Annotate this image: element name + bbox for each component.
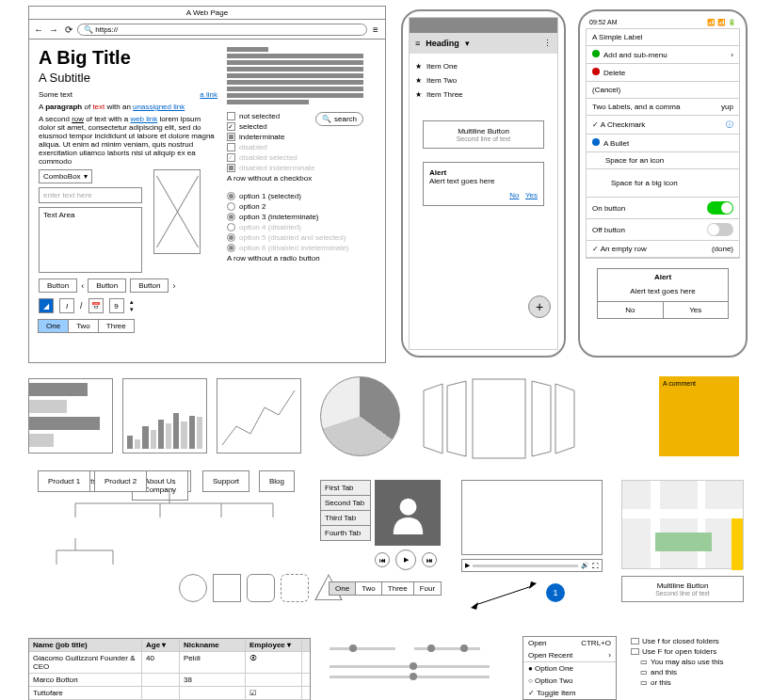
checkbox[interactable] xyxy=(227,112,235,120)
italic-icon[interactable]: I xyxy=(59,298,74,313)
forward-icon[interactable]: → xyxy=(47,23,60,36)
tree-item[interactable]: ▭and this xyxy=(640,667,753,677)
table-row[interactable]: Marco Botton38 xyxy=(29,674,310,687)
list-item[interactable]: (Cancel) xyxy=(587,82,739,99)
svg-marker-18 xyxy=(529,581,537,589)
tree-item[interactable]: ▭You may also use this xyxy=(640,657,753,667)
tree-item[interactable]: Use F for open folders xyxy=(631,646,753,657)
no-button[interactable]: No xyxy=(598,302,664,318)
yes-button[interactable]: Yes xyxy=(525,191,538,199)
coverflow[interactable] xyxy=(414,376,584,461)
table-row[interactable]: Giacomo Guilizzoni Founder & CEO40Peldi⦿ xyxy=(29,652,310,674)
list-item[interactable]: A Bullet xyxy=(587,135,739,152)
prev-icon[interactable]: ⏮ xyxy=(375,552,390,567)
tab[interactable]: Fourth Tab xyxy=(320,525,371,541)
list-item: On button xyxy=(587,198,739,219)
list-item[interactable]: Two Labels, and a commayup xyxy=(587,99,739,116)
progress-bar[interactable] xyxy=(473,565,578,567)
search-input[interactable]: 🔍 search xyxy=(315,112,363,126)
video-player[interactable] xyxy=(461,480,603,555)
list-item[interactable]: Space for a big icon xyxy=(587,169,739,198)
play-icon[interactable]: ▶ xyxy=(395,549,416,570)
tree-node[interactable]: Blog xyxy=(259,470,295,492)
list-item[interactable]: ★Item Three xyxy=(415,88,552,102)
toggle-off[interactable] xyxy=(707,223,733,236)
list-item[interactable]: Delete xyxy=(587,64,739,82)
color-icon[interactable]: ◢ xyxy=(39,298,54,313)
multiline-button[interactable]: Multiline Button Second line of text xyxy=(621,576,744,602)
no-button[interactable]: No xyxy=(509,191,519,199)
calendar-icon[interactable]: 📅 xyxy=(88,298,104,313)
next-icon[interactable]: ⏭ xyxy=(422,552,437,567)
button[interactable]: Button xyxy=(39,278,77,293)
chevron-down-icon: ▾ xyxy=(84,172,88,181)
menu-item[interactable]: ✓ Toggle Item xyxy=(523,687,616,699)
list-item[interactable]: ✓ An empty row(done) xyxy=(587,241,739,258)
fullscreen-icon[interactable]: ⛶ xyxy=(592,563,599,569)
tab[interactable]: Third Tab xyxy=(320,510,371,526)
list-item[interactable]: Add and sub-menu› xyxy=(587,46,739,64)
stepper-arrows[interactable]: ▴▾ xyxy=(130,298,134,313)
slider[interactable] xyxy=(330,647,395,650)
chevron-down-icon[interactable]: ▾ xyxy=(465,39,470,48)
button-2[interactable]: Button xyxy=(130,278,169,293)
menu-icon[interactable]: ≡ xyxy=(369,23,382,36)
menu-item[interactable]: Open Recent› xyxy=(523,649,616,661)
star-icon: ★ xyxy=(415,76,422,85)
tree-node[interactable]: Support xyxy=(202,470,249,492)
checkbox[interactable] xyxy=(227,122,235,131)
list-item[interactable]: A Simple Label xyxy=(587,29,739,46)
folder-closed-icon xyxy=(631,638,639,644)
address-bar[interactable]: 🔍 https:// xyxy=(77,24,367,36)
toggle-on[interactable] xyxy=(707,201,733,215)
map[interactable] xyxy=(621,480,744,569)
tab[interactable]: Four xyxy=(413,581,442,596)
text-input[interactable]: enter text here xyxy=(39,187,142,203)
checkbox[interactable] xyxy=(227,133,235,141)
back-button[interactable]: Button xyxy=(88,278,126,293)
bar-chart xyxy=(122,378,207,453)
range-slider[interactable] xyxy=(414,647,480,650)
tab[interactable]: Two xyxy=(355,581,382,596)
page-subtitle: A Subtitle xyxy=(39,71,217,85)
table-row[interactable]: Tuttofare☑ xyxy=(29,687,310,700)
volume-icon[interactable]: 🔊 xyxy=(581,562,589,569)
slider[interactable] xyxy=(330,676,490,678)
stepper[interactable]: 9 xyxy=(109,298,124,313)
back-icon[interactable]: ← xyxy=(32,23,45,36)
list-item[interactable]: ✓ A Checkmarkⓘ xyxy=(587,116,739,135)
fab-add-button[interactable]: + xyxy=(528,295,551,318)
multiline-button[interactable]: Multiline Button Second line of text xyxy=(423,120,544,149)
tree-node[interactable]: Product 2 xyxy=(94,470,147,492)
alert: Alert Alert text goes here No Yes xyxy=(423,162,544,206)
tree-item[interactable]: ▭or this xyxy=(640,677,753,688)
radio[interactable] xyxy=(227,202,235,211)
reload-icon[interactable]: ⟳ xyxy=(62,23,75,36)
yes-button[interactable]: Yes xyxy=(664,302,729,318)
tab[interactable]: First Tab xyxy=(320,480,371,496)
menu-item[interactable]: ○ Option Two xyxy=(523,675,616,687)
radio[interactable] xyxy=(227,213,235,221)
tree-node[interactable]: Product 1 xyxy=(38,470,90,492)
segmented-control[interactable]: One Two Three xyxy=(39,319,217,333)
tab[interactable]: Second Tab xyxy=(320,495,371,511)
radio[interactable] xyxy=(227,192,235,200)
list-item[interactable]: ★Item One xyxy=(415,59,552,73)
sticky-note[interactable]: A comment xyxy=(659,376,739,456)
combobox[interactable]: ComboBox▾ xyxy=(39,169,92,183)
list-item[interactable]: Space for an icon xyxy=(587,152,739,169)
textarea[interactable]: Text Area xyxy=(39,207,142,273)
tab[interactable]: One xyxy=(329,581,356,596)
menu-item[interactable]: OpenCTRL+O xyxy=(523,637,616,649)
list-item[interactable]: ★Item Two xyxy=(415,73,552,88)
more-icon[interactable]: ⋮ xyxy=(543,39,552,48)
checkbox xyxy=(227,143,235,151)
menu-icon[interactable]: ≡ xyxy=(415,39,420,48)
a-link[interactable]: a link xyxy=(200,90,217,99)
tree-item[interactable]: Use f for closed folders xyxy=(631,636,753,646)
play-icon[interactable]: ▶ xyxy=(465,562,470,569)
slider[interactable] xyxy=(330,665,490,668)
menu-item[interactable]: ● Option One xyxy=(523,662,616,675)
tab[interactable]: Three xyxy=(381,581,414,596)
svg-point-15 xyxy=(399,498,416,515)
